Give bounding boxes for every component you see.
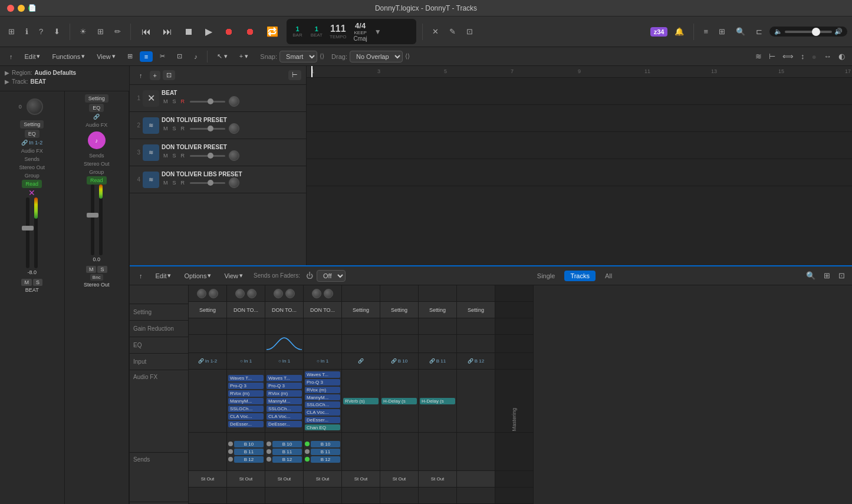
ch3-fx-7[interactable]: DeEsser... (267, 421, 302, 427)
ch4-fx-8[interactable]: Chan EQ (305, 424, 340, 431)
mute-track-2[interactable]: M (162, 125, 170, 132)
rewind-btn[interactable]: ⏮ (137, 24, 156, 39)
scissors-btn[interactable]: ✂ (155, 51, 170, 62)
loop-btn[interactable]: ⊡ (172, 51, 187, 62)
ch3-send-2[interactable]: B 11 (272, 449, 302, 455)
browser-btn[interactable]: ⊏ (752, 25, 766, 38)
record-alt-btn[interactable]: ⏺ (241, 24, 259, 39)
tracks-tab[interactable]: Tracks (564, 271, 596, 281)
ch4-fx-2[interactable]: Pro-Q 3 (305, 379, 340, 386)
ch2-pan-knob[interactable] (235, 289, 245, 298)
ch3-fx-6[interactable]: CLA Voc... (267, 413, 302, 420)
pointer-btn[interactable]: ↖ ▾ (212, 51, 232, 62)
ch3-send-1[interactable]: B 10 (272, 441, 302, 447)
ch2-send-1[interactable]: B 10 (234, 441, 264, 447)
ch5-fx-1[interactable]: RVerb (s) (343, 398, 379, 404)
eq-btn-1[interactable]: EQ (25, 130, 40, 138)
ch5-setting[interactable]: Setting (342, 302, 380, 318)
ch4-fx-4[interactable]: MannyM... (305, 394, 340, 401)
all-tab[interactable]: All (599, 271, 618, 281)
midi-btn[interactable]: ♪ (189, 51, 202, 62)
close-button[interactable] (7, 5, 14, 12)
expand-btn[interactable]: ⟺ (780, 51, 796, 62)
time-display[interactable]: 1 BAR 1 BEAT 111 TEMPO 4/4 KEEP Cmaj ▼ (287, 19, 416, 44)
ch8-setting[interactable]: Setting (457, 302, 495, 318)
ch4-send-3[interactable]: B 12 (311, 456, 340, 463)
vol-knob-2[interactable] (229, 123, 239, 134)
ch4-output[interactable]: St Out (304, 471, 341, 487)
ch2-fx-6[interactable]: CLA Voc... (228, 413, 264, 420)
edit-dropdown[interactable]: Edit ▾ (20, 51, 45, 62)
ch3-send-3[interactable]: B 12 (272, 456, 302, 463)
ch1-setting[interactable]: Setting (189, 302, 226, 318)
ch3-eq[interactable] (265, 335, 303, 353)
ch2-output[interactable]: St Out (227, 471, 265, 487)
fader-track-3[interactable] (190, 155, 225, 157)
import-btn[interactable]: ⬇ (50, 25, 64, 38)
record-btn[interactable]: ⏺ (219, 24, 238, 39)
tracks-content[interactable] (307, 78, 852, 265)
smartcontrols-btn[interactable]: ⊡ (463, 25, 476, 38)
patch-btn[interactable]: ⊡ (163, 70, 175, 80)
play-btn[interactable]: ▶ (200, 24, 217, 39)
ch3-fx-3[interactable]: RVox (m) (267, 390, 302, 397)
info-btn[interactable]: ℹ (22, 25, 32, 38)
ch4-fx-3[interactable]: RVox (m) (305, 387, 340, 393)
vol-knob-4[interactable] (229, 177, 239, 188)
solo-btn-2[interactable]: S (97, 266, 107, 273)
drag-up-down[interactable]: ⟨⟩ (405, 52, 410, 60)
user-badge[interactable]: z34 (650, 27, 668, 37)
ch6-fx-1[interactable]: H-Delay (s (381, 398, 417, 404)
solo-track-3[interactable]: S (171, 152, 178, 159)
mixer-up-arrow[interactable]: ↑ (134, 271, 147, 281)
zoom-btn[interactable]: 🔍 (804, 270, 818, 281)
region-arrow[interactable]: ▶ (5, 70, 9, 76)
vol-knob-1[interactable] (229, 96, 239, 107)
mute-btn-1[interactable]: M (21, 279, 32, 286)
ch3-pan-knob[interactable] (274, 289, 283, 298)
grid-btn[interactable]: ⊞ (715, 25, 729, 38)
ch2-eq[interactable] (227, 335, 265, 353)
ch4-input[interactable]: ○ In 1 (304, 353, 341, 370)
fader-2[interactable] (91, 185, 103, 255)
ch7-input[interactable]: 🔗 B 11 (419, 353, 456, 370)
add-track-btn[interactable]: + (150, 71, 160, 80)
ch2-send-3[interactable]: B 12 (234, 456, 264, 463)
search-btn[interactable]: 🔍 (732, 25, 749, 38)
solo-track-1[interactable]: S (171, 98, 178, 105)
track-lane-4[interactable] (307, 159, 852, 186)
bnc-btn[interactable]: Bnc (90, 274, 103, 281)
ch6-input[interactable]: 🔗 B 10 (380, 353, 418, 370)
volume-slider[interactable] (785, 31, 832, 33)
fader-track-2[interactable] (190, 128, 225, 130)
ch4-fx-1[interactable]: Waves T... (305, 371, 340, 378)
pan-knob-1[interactable] (27, 98, 43, 115)
waveform-btn[interactable]: ≋ (753, 51, 764, 62)
playhead[interactable] (311, 66, 312, 77)
ch2-vol-knob[interactable] (247, 289, 256, 298)
ch5-output[interactable]: St Out (342, 471, 380, 487)
ch7-setting[interactable]: Setting (419, 302, 456, 318)
ch4-pan-knob[interactable] (312, 289, 321, 298)
ch1-eq[interactable] (189, 335, 226, 353)
expand-mixer-btn[interactable]: ⊡ (836, 270, 847, 281)
mixer-options-dropdown[interactable]: Options ▾ (179, 270, 216, 281)
sends-power-btn[interactable]: ⏻ (306, 272, 313, 280)
record-track-3[interactable]: R (179, 152, 187, 159)
display-mode-btn[interactable]: ☀ (76, 25, 90, 38)
ch2-fx-7[interactable]: DeEsser... (228, 421, 264, 427)
ch3-fx-2[interactable]: Pro-Q 3 (267, 383, 302, 389)
mute-track-1[interactable]: M (162, 98, 170, 105)
ch3-setting[interactable]: DON TO... (265, 302, 303, 318)
track-lane-2[interactable] (307, 105, 852, 132)
resize-btn[interactable]: ⊢ (288, 70, 301, 80)
up-arrow-btn[interactable]: ↑ (5, 51, 18, 62)
stereo-out-2[interactable]: Stereo Out (84, 161, 110, 167)
track-lane-1[interactable] (307, 78, 852, 105)
ch3-output[interactable]: St Out (265, 471, 303, 487)
customize-toolbar-btn[interactable]: ⊞ (5, 25, 18, 38)
stop-btn[interactable]: ⏹ (179, 24, 198, 39)
ch4-fx-5[interactable]: SSLGCh... (305, 401, 340, 408)
notification-btn[interactable]: 🔔 (671, 25, 687, 38)
ch4-fx-7[interactable]: DeEsser... (305, 417, 340, 423)
